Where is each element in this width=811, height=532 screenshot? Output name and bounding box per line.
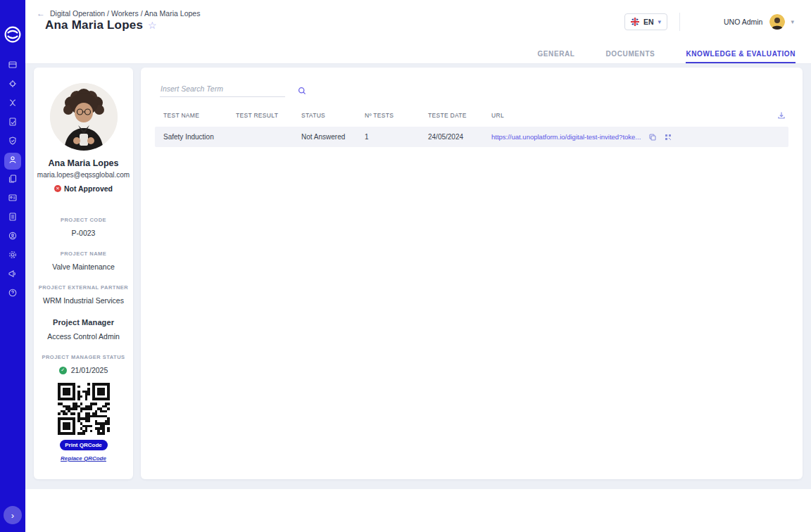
table-header: TEST NAME TEST RESULT STATUS Nº TESTS TE… xyxy=(155,104,788,127)
shield-icon xyxy=(7,135,18,149)
network-icon xyxy=(7,97,18,111)
search-input[interactable] xyxy=(160,84,285,97)
export-icon[interactable] xyxy=(765,111,788,120)
project-code-label: PROJECT CODE xyxy=(34,217,133,223)
breadcrumb: Digital Operation / Workers / Ana Maria … xyxy=(50,9,200,18)
cell-status: Not Answered xyxy=(301,133,365,141)
project-manager-value: Access Control Admin xyxy=(34,332,133,341)
clipboard-icon xyxy=(7,116,18,130)
col-test-result: TEST RESULT xyxy=(236,112,301,119)
qr-code xyxy=(58,383,110,435)
user-circle-icon xyxy=(7,230,18,244)
tab-documents[interactable]: DOCUMENTS xyxy=(606,44,655,63)
content-area: Ana Maria Lopes maria.lopes@eqssglobal.c… xyxy=(25,64,811,489)
breadcrumb-row: ← Digital Operation / Workers / Ana Mari… xyxy=(37,9,200,18)
print-qrcode-button[interactable]: Print QRCode xyxy=(60,440,108,450)
search-icon[interactable] xyxy=(298,87,306,95)
sidebar-item-settings[interactable] xyxy=(4,248,21,265)
worker-photo xyxy=(50,83,118,151)
search-row xyxy=(160,84,803,97)
sidebar-item-users[interactable] xyxy=(4,229,21,246)
replace-qrcode-link[interactable]: Replace QRCode xyxy=(61,455,106,462)
qrcode-icon[interactable] xyxy=(665,134,672,141)
header-right: EN ▾ UNO Admin ▾ xyxy=(624,0,794,44)
table-row[interactable]: Safety Induction Not Answered 1 24/05/20… xyxy=(155,127,788,147)
tabbar: GENERAL DOCUMENTS KNOWLEDGE & EVALUATION xyxy=(25,44,811,64)
sidebar-item-announcements[interactable] xyxy=(4,267,21,284)
external-partner-label: PROJECT EXTERNAL PARTNER xyxy=(34,284,133,291)
sidebar-nav xyxy=(4,58,21,303)
sidebar-item-tasks[interactable] xyxy=(4,115,21,132)
tests-table: TEST NAME TEST RESULT STATUS Nº TESTS TE… xyxy=(155,104,788,147)
target-icon xyxy=(7,78,18,92)
approval-status-text: Not Approved xyxy=(64,184,113,193)
sidebar-item-integrations[interactable] xyxy=(4,96,21,113)
documents-icon xyxy=(7,173,18,187)
project-name-label: PROJECT NAME xyxy=(34,251,133,257)
col-test-name: TEST NAME xyxy=(163,112,236,119)
col-n-tests: Nº TESTS xyxy=(365,112,428,119)
megaphone-icon xyxy=(7,268,18,282)
project-name-value: Valve Maintenance xyxy=(34,262,133,271)
sidebar-item-safety[interactable] xyxy=(4,134,21,151)
header: ← Digital Operation / Workers / Ana Mari… xyxy=(25,0,811,44)
header-divider xyxy=(679,13,680,31)
project-code-field: PROJECT CODE P-0023 xyxy=(34,217,133,237)
id-card-icon xyxy=(7,192,18,206)
col-test-date: TESTE DATE xyxy=(428,112,491,119)
sidebar-item-workers[interactable] xyxy=(4,153,21,170)
cell-url: https://uat.unoplatform.io/digital-test-… xyxy=(491,133,765,141)
manager-status-label: PROJECT MANAGER STATUS xyxy=(34,354,133,360)
external-partner-field: PROJECT EXTERNAL PARTNER WRM Industrial … xyxy=(34,284,133,305)
cell-test-name: Safety Induction xyxy=(163,133,236,141)
gear-icon xyxy=(7,249,18,263)
manager-status-date: 21/01/2025 xyxy=(71,366,108,374)
worker-email: maria.lopes@eqssglobal.com xyxy=(34,171,133,179)
chevron-down-icon: ▾ xyxy=(658,18,662,25)
sidebar-item-dashboard[interactable] xyxy=(4,58,21,75)
page-title: Ana Maria Lopes xyxy=(45,18,143,32)
uk-flag-icon xyxy=(631,18,639,26)
workers-icon xyxy=(7,154,18,168)
sidebar-item-id-cards[interactable] xyxy=(4,191,21,208)
tab-knowledge-evaluation[interactable]: KNOWLEDGE & EVALUATION xyxy=(686,44,796,63)
sidebar-expand-button[interactable]: › xyxy=(4,506,22,524)
col-url: URL xyxy=(491,112,765,119)
sidebar-item-reports[interactable] xyxy=(4,210,21,227)
list-icon xyxy=(7,211,18,225)
cell-n-tests: 1 xyxy=(365,133,428,141)
language-code: EN xyxy=(643,18,654,26)
manager-status-field: PROJECT MANAGER STATUS ✓ 21/01/2025 xyxy=(34,354,133,374)
user-name: UNO Admin xyxy=(724,18,762,26)
user-menu-chevron-icon[interactable]: ▾ xyxy=(791,18,794,25)
worker-name: Ana Maria Lopes xyxy=(34,158,133,168)
uno-logo-icon xyxy=(4,25,22,44)
page-title-row: Ana Maria Lopes ☆ xyxy=(45,18,157,32)
tab-general[interactable]: GENERAL xyxy=(537,44,574,63)
project-manager-field: Project Manager Access Control Admin xyxy=(34,318,133,341)
worker-profile-card: Ana Maria Lopes maria.lopes@eqssglobal.c… xyxy=(34,68,133,479)
copy-icon[interactable] xyxy=(649,134,656,141)
back-arrow-icon[interactable]: ← xyxy=(37,9,45,18)
sidebar-item-documents[interactable] xyxy=(4,172,21,189)
check-icon: ✓ xyxy=(59,367,67,374)
sidebar: › xyxy=(0,0,25,532)
not-approved-icon: ✕ xyxy=(54,185,61,192)
project-manager-label: Project Manager xyxy=(34,318,133,327)
page: › ← Digital Operation / Workers / Ana Ma… xyxy=(0,0,811,532)
chevron-right-icon: › xyxy=(11,510,14,521)
external-partner-value: WRM Industrial Services xyxy=(34,296,133,305)
sidebar-item-help[interactable] xyxy=(4,286,21,303)
project-name-field: PROJECT NAME Valve Maintenance xyxy=(34,251,133,271)
user-avatar[interactable] xyxy=(769,14,785,30)
cell-test-date: 24/05/2024 xyxy=(428,133,491,141)
approval-status-badge: ✕ Not Approved xyxy=(54,184,113,193)
help-icon xyxy=(7,287,18,301)
tests-card: TEST NAME TEST RESULT STATUS Nº TESTS TE… xyxy=(141,68,803,479)
test-url-link[interactable]: https://uat.unoplatform.io/digital-test-… xyxy=(491,133,641,141)
col-status: STATUS xyxy=(301,112,365,119)
language-selector[interactable]: EN ▾ xyxy=(624,13,667,30)
favorite-star-icon[interactable]: ☆ xyxy=(148,20,157,30)
sidebar-item-operations[interactable] xyxy=(4,77,21,94)
project-code-value: P-0023 xyxy=(34,229,133,237)
